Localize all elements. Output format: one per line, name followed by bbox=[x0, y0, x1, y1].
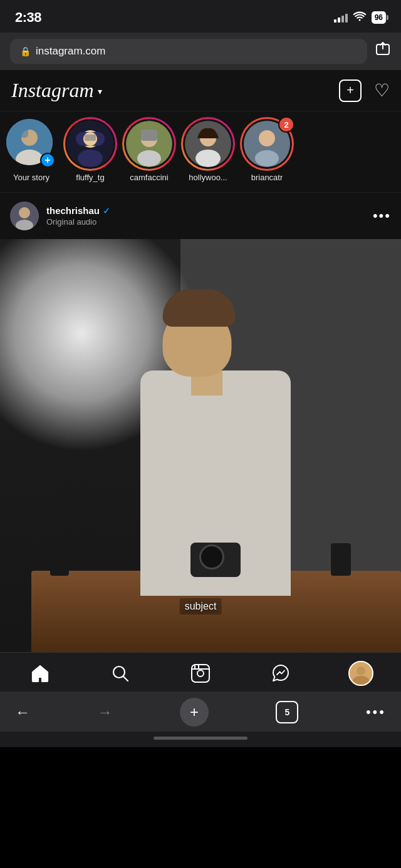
signal-icon bbox=[334, 13, 348, 23]
svg-point-27 bbox=[197, 670, 204, 677]
camfaccini-avatar-wrap bbox=[124, 119, 174, 169]
svg-point-17 bbox=[195, 150, 221, 167]
svg-point-14 bbox=[137, 150, 161, 166]
status-bar: 2:38 96 bbox=[0, 0, 401, 33]
nav-profile-avatar bbox=[348, 661, 373, 686]
nav-profile-button[interactable] bbox=[342, 659, 380, 688]
heart-icon: ♡ bbox=[374, 81, 390, 100]
hollywoo-avatar bbox=[185, 121, 231, 167]
post-header: thechrishau ✓ Original audio ••• bbox=[0, 193, 401, 239]
svg-point-19 bbox=[259, 130, 275, 146]
home-bar bbox=[154, 737, 247, 740]
briancatr-avatar-wrap: 2 bbox=[242, 119, 292, 169]
post-menu-button[interactable]: ••• bbox=[373, 208, 391, 224]
status-icons: 96 bbox=[334, 11, 386, 24]
story-label-fluffy-tg: fluffy_tg bbox=[76, 173, 104, 182]
tab-count-button[interactable]: 5 bbox=[276, 701, 298, 723]
post-username: thechrishau ✓ bbox=[46, 205, 110, 216]
story-label-camfaccini: camfaccini bbox=[130, 173, 168, 182]
lock-icon: 🔒 bbox=[20, 46, 31, 56]
instagram-header: Instagram ▾ + ♡ bbox=[0, 70, 401, 111]
verified-badge-icon: ✓ bbox=[103, 206, 110, 216]
share-button[interactable] bbox=[375, 41, 391, 61]
forward-button[interactable]: → bbox=[97, 703, 112, 721]
post-caption: subject bbox=[180, 598, 222, 615]
instagram-logo: Instagram bbox=[11, 79, 94, 102]
story-item-fluffy-tg[interactable]: fluffy_tg bbox=[65, 119, 115, 182]
post-user-info[interactable]: thechrishau ✓ Original audio bbox=[10, 202, 110, 230]
story-item-hollywoo[interactable]: hollywoo... bbox=[183, 119, 233, 182]
fluffy-tg-avatar-wrap bbox=[65, 119, 115, 169]
logo-area[interactable]: Instagram ▾ bbox=[11, 79, 102, 102]
svg-rect-9 bbox=[85, 135, 96, 141]
story-item-your-story[interactable]: + Your story bbox=[6, 119, 56, 182]
svg-line-25 bbox=[123, 677, 128, 681]
new-tab-button[interactable]: + bbox=[180, 698, 209, 727]
stories-row: + Your story fluffy_tg bbox=[0, 111, 401, 193]
dropdown-arrow-icon: ▾ bbox=[98, 86, 102, 96]
browser-bar: 🔒 instagram.com bbox=[0, 33, 401, 70]
instagram-bottom-nav bbox=[0, 652, 401, 692]
browser-toolbar: ← → + 5 ••• bbox=[0, 692, 401, 732]
svg-point-32 bbox=[357, 666, 365, 675]
your-story-avatar-wrap: + bbox=[6, 119, 56, 169]
nav-search-button[interactable] bbox=[102, 659, 139, 688]
create-post-button[interactable]: + bbox=[339, 79, 362, 102]
story-label-your-story: Your story bbox=[13, 173, 49, 182]
wifi-icon bbox=[353, 11, 367, 24]
story-label-briancatr: briancatr bbox=[251, 173, 283, 182]
svg-point-22 bbox=[19, 207, 30, 218]
header-icons: + ♡ bbox=[339, 79, 390, 102]
back-button[interactable]: ← bbox=[15, 703, 30, 721]
nav-home-button[interactable] bbox=[21, 659, 59, 688]
post-image: subject bbox=[0, 239, 401, 652]
hollywoo-avatar-wrap bbox=[183, 119, 233, 169]
home-indicator bbox=[0, 732, 401, 747]
svg-point-20 bbox=[255, 150, 279, 166]
post-subtitle: Original audio bbox=[46, 217, 110, 227]
svg-rect-13 bbox=[141, 130, 157, 141]
post-user-details: thechrishau ✓ Original audio bbox=[46, 205, 110, 227]
post-container: thechrishau ✓ Original audio ••• bbox=[0, 193, 401, 652]
post-img-inner: subject bbox=[0, 239, 401, 652]
battery-icon: 96 bbox=[372, 11, 386, 24]
add-story-button[interactable]: + bbox=[40, 153, 55, 168]
more-options-button[interactable]: ••• bbox=[366, 704, 386, 720]
nav-reels-button[interactable] bbox=[182, 659, 219, 688]
plus-icon: + bbox=[346, 83, 354, 98]
svg-point-10 bbox=[78, 150, 103, 167]
nav-messages-button[interactable] bbox=[262, 659, 299, 688]
browser-address[interactable]: 🔒 instagram.com bbox=[10, 39, 367, 64]
post-avatar[interactable] bbox=[10, 202, 39, 230]
browser-url: instagram.com bbox=[36, 45, 105, 58]
notification-badge: 2 bbox=[278, 116, 294, 133]
story-item-briancatr[interactable]: 2 briancatr bbox=[242, 119, 292, 182]
fluffy-tg-avatar bbox=[67, 121, 113, 167]
notifications-button[interactable]: ♡ bbox=[374, 80, 390, 101]
status-time: 2:38 bbox=[15, 9, 41, 26]
story-label-hollywoo: hollywoo... bbox=[189, 173, 227, 182]
camfaccini-avatar bbox=[126, 121, 172, 167]
story-item-camfaccini[interactable]: camfaccini bbox=[124, 119, 174, 182]
svg-rect-4 bbox=[13, 125, 28, 138]
